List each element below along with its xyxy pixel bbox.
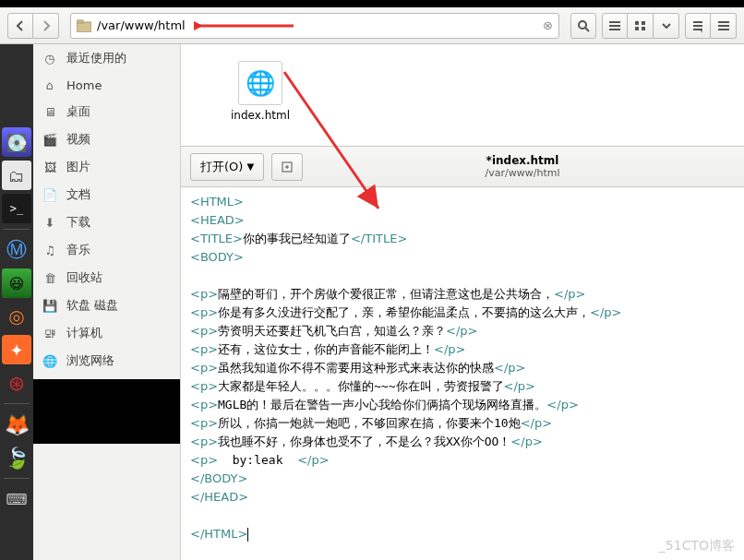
dock-firefox-icon[interactable]: 🦊 bbox=[2, 410, 31, 439]
sidebar-item-trash[interactable]: 🗑回收站 bbox=[33, 264, 180, 292]
svg-rect-9 bbox=[635, 27, 639, 30]
sidebar-item-label: 桌面 bbox=[66, 103, 90, 120]
grid-view-button[interactable] bbox=[628, 13, 654, 39]
clear-icon[interactable]: ⊗ bbox=[543, 18, 553, 32]
watermark: _51CTO博客 bbox=[659, 538, 735, 554]
svg-rect-10 bbox=[642, 27, 645, 30]
content-area: 🌐 index.html 打开(O)▼ *index.html /var/www… bbox=[181, 44, 744, 560]
back-button[interactable] bbox=[7, 13, 33, 39]
file-label: index.html bbox=[231, 109, 290, 122]
window-titlebar bbox=[0, 0, 744, 7]
sidebar-item-label: 浏览网络 bbox=[66, 352, 114, 369]
sidebar-item-computer[interactable]: 🖳计算机 bbox=[33, 319, 180, 347]
download-icon: ⬇ bbox=[42, 215, 57, 230]
sidebar-item-label: 视频 bbox=[66, 131, 90, 148]
sidebar-item-music[interactable]: ♫音乐 bbox=[33, 236, 180, 264]
folder-icon bbox=[77, 19, 91, 32]
sidebar-item-video[interactable]: 🎬视频 bbox=[33, 125, 180, 153]
dock-keyboard-icon[interactable]: ⌨ bbox=[2, 484, 31, 514]
sidebar-item-network[interactable]: 🌐浏览网络 bbox=[33, 347, 180, 375]
sidebar-item-label: 图片 bbox=[66, 159, 90, 175]
dock-beef-icon[interactable]: ⊛ bbox=[2, 368, 31, 398]
svg-rect-1 bbox=[77, 20, 83, 23]
svg-line-3 bbox=[585, 28, 589, 31]
sidebar-item-label: 文档 bbox=[66, 186, 90, 203]
dock-terminal-icon[interactable]: >_ bbox=[2, 194, 31, 223]
video-icon: 🎬 bbox=[42, 132, 57, 147]
dock-burp-icon[interactable]: ◎ bbox=[2, 302, 31, 331]
svg-rect-7 bbox=[635, 21, 639, 25]
hamburger-button[interactable] bbox=[711, 13, 737, 39]
home-icon: ⌂ bbox=[42, 77, 57, 92]
sidebar-item-floppy[interactable]: 💾软盘 磁盘 bbox=[33, 292, 180, 319]
doc-icon: 📄 bbox=[42, 187, 57, 202]
sidebar-item-home[interactable]: ⌂Home bbox=[33, 72, 180, 98]
search-button[interactable] bbox=[570, 13, 596, 39]
sidebar-item-label: 软盘 磁盘 bbox=[66, 297, 118, 314]
desktop-icon: 🖥 bbox=[42, 104, 57, 119]
computer-icon: 🖳 bbox=[42, 326, 57, 340]
svg-rect-8 bbox=[642, 21, 645, 25]
view-dropdown-button[interactable] bbox=[654, 13, 679, 39]
open-button[interactable]: 打开(O)▼ bbox=[190, 153, 264, 181]
dock: 💽 🗂 >_ Ⓜ 😃 ◎ ✦ ⊛ 🦊 🍃 ⌨ bbox=[0, 44, 33, 560]
sidebar-item-label: 回收站 bbox=[66, 269, 102, 286]
sidebar-item-image[interactable]: 🖼图片 bbox=[33, 153, 180, 181]
editor-body[interactable]: <HTML> <HEAD> <TITLE>你的事我已经知道了</TITLE> <… bbox=[181, 187, 744, 549]
dock-maltego-icon[interactable]: ✦ bbox=[2, 335, 31, 364]
forward-button[interactable] bbox=[33, 13, 59, 39]
clock-icon: ◷ bbox=[42, 51, 57, 66]
sidebar-item-label: 下载 bbox=[66, 214, 90, 231]
network-icon: 🌐 bbox=[42, 353, 57, 368]
list-view-button[interactable] bbox=[602, 13, 628, 39]
path-input[interactable] bbox=[97, 18, 537, 32]
new-tab-button[interactable] bbox=[271, 153, 303, 181]
dock-leaf-icon[interactable]: 🍃 bbox=[2, 443, 31, 472]
menu-button[interactable] bbox=[685, 13, 711, 39]
dock-disk-icon[interactable]: 💽 bbox=[2, 127, 31, 157]
svg-rect-0 bbox=[77, 22, 91, 32]
text-editor-window: 打开(O)▼ *index.html /var/www/html <HTML> … bbox=[181, 146, 744, 560]
file-item-index-html[interactable]: 🌐 index.html bbox=[227, 61, 294, 122]
sidebar-item-label: Home bbox=[66, 78, 102, 92]
music-icon: ♫ bbox=[42, 243, 57, 257]
chevron-down-icon: ▼ bbox=[246, 161, 254, 172]
file-manager-toolbar: ⊗ bbox=[0, 7, 744, 44]
sidebar-item-clock[interactable]: ◷最近使用的 bbox=[33, 44, 180, 72]
editor-subtitle: /var/www/html bbox=[310, 167, 735, 179]
editor-title: *index.html bbox=[310, 154, 735, 167]
editor-toolbar: 打开(O)▼ *index.html /var/www/html bbox=[181, 147, 744, 187]
image-icon: 🖼 bbox=[42, 160, 57, 174]
floppy-icon: 💾 bbox=[42, 298, 57, 313]
sidebar-item-download[interactable]: ⬇下载 bbox=[33, 209, 180, 236]
trash-icon: 🗑 bbox=[42, 270, 57, 285]
dock-armitage-icon[interactable]: 😃 bbox=[2, 268, 31, 298]
sidebar-item-desktop[interactable]: 🖥桌面 bbox=[33, 98, 180, 125]
sidebar-item-label: 计算机 bbox=[66, 325, 102, 341]
path-bar[interactable]: ⊗ bbox=[70, 13, 559, 39]
dock-files-icon[interactable]: 🗂 bbox=[2, 161, 31, 190]
dock-metasploit-icon[interactable]: Ⓜ bbox=[2, 235, 31, 265]
sidebar-item-doc[interactable]: 📄文档 bbox=[33, 181, 180, 209]
sidebar-item-label: 音乐 bbox=[66, 242, 90, 258]
svg-point-2 bbox=[579, 21, 586, 29]
sidebar-item-label: 最近使用的 bbox=[66, 50, 126, 66]
places-sidebar: ◷最近使用的⌂Home🖥桌面🎬视频🖼图片📄文档⬇下载♫音乐🗑回收站💾软盘 磁盘🖳… bbox=[33, 44, 181, 560]
html-file-icon: 🌐 bbox=[238, 61, 282, 105]
